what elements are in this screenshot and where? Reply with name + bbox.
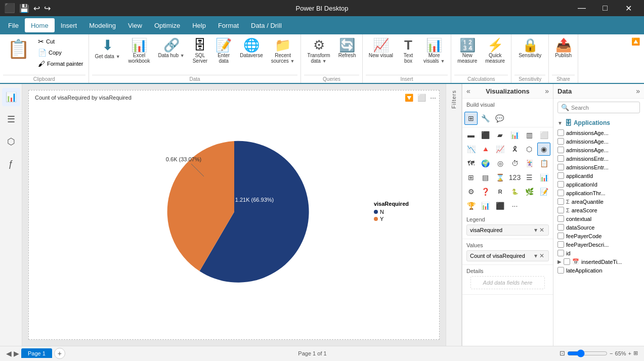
field-contextual[interactable]: contextual	[555, 214, 642, 223]
publish-btn[interactable]: 📤 Publish	[552, 36, 575, 60]
checkbox-admissionsentr1[interactable]	[557, 155, 564, 162]
viz-metrics[interactable]: 🏆	[464, 199, 478, 212]
viz-gauge[interactable]: ⏱	[508, 157, 522, 170]
viz-line-area[interactable]: 📈	[494, 143, 507, 156]
data-tree-root[interactable]: ▼ 🗄 Applications	[555, 117, 642, 128]
add-page-btn[interactable]: +	[54, 348, 65, 359]
viz-stacked-bar[interactable]: ▬	[464, 128, 478, 142]
viz-donut[interactable]: ◎	[494, 157, 507, 170]
field-admissionsage3[interactable]: admissionsAge...	[555, 146, 642, 154]
data-panel-expand[interactable]: »	[636, 87, 640, 95]
checkbox-admissionsage1[interactable]	[557, 129, 564, 136]
field-feepayerdescri[interactable]: feePayerDescri...	[555, 240, 642, 249]
menu-data-drill[interactable]: Data / Drill	[245, 18, 288, 32]
checkbox-admissionsage3[interactable]	[557, 147, 564, 153]
dax-view-btn[interactable]: ƒ	[2, 155, 20, 173]
copy-btn[interactable]: 📄 Copy	[36, 48, 85, 58]
viz-funnel[interactable]: ⌛	[494, 171, 507, 184]
checkbox-feepayerdescri[interactable]	[557, 241, 564, 248]
zoom-out-icon[interactable]: −	[610, 350, 613, 356]
zoom-fit-icon[interactable]: ⊡	[560, 349, 565, 357]
filter-icon[interactable]: 🔽	[404, 93, 414, 103]
menu-format[interactable]: Format	[212, 18, 245, 32]
page-tab-1[interactable]: Page 1	[21, 348, 52, 358]
values-field-remove[interactable]: ✕	[538, 252, 545, 259]
refresh-btn[interactable]: 🔄 Refresh	[335, 36, 359, 60]
checkbox-admissionsage2[interactable]	[557, 138, 564, 145]
field-areascore[interactable]: Σ areaScore	[555, 206, 642, 214]
fit-page-icon[interactable]: ⊞	[633, 350, 638, 356]
viz-column[interactable]: 📊	[508, 128, 522, 142]
viz-multi-row[interactable]: ☰	[523, 171, 536, 184]
field-admissionsage2[interactable]: admissionsAge...	[555, 137, 642, 146]
viz-filled-map[interactable]: 🌍	[479, 157, 492, 170]
menu-modeling[interactable]: Modeling	[83, 18, 122, 32]
table-view-btn[interactable]: ☰	[2, 110, 20, 128]
values-field-chevron[interactable]: ▾	[533, 252, 538, 259]
datahub-btn[interactable]: 🔗 Data hub ▼	[155, 36, 187, 60]
checkbox-areaquantile[interactable]	[557, 198, 564, 205]
legend-field-chevron[interactable]: ▾	[533, 227, 538, 234]
viz-table[interactable]: 📋	[537, 157, 550, 170]
quick-measure-btn[interactable]: ⚡ Quickmeasure	[482, 36, 508, 66]
field-lateapplication[interactable]: lateApplication	[555, 266, 642, 275]
menu-home[interactable]: Home	[25, 18, 55, 32]
field-admissionsentr1[interactable]: admissionsEntr...	[555, 154, 642, 163]
viz-type-table[interactable]: ⊞	[464, 112, 478, 125]
field-feepayercode[interactable]: feePayerCode	[555, 232, 642, 240]
close-btn[interactable]: ✕	[617, 0, 640, 16]
field-inserteddateti[interactable]: ▶ 📅 insertedDateTi...	[555, 257, 642, 266]
redo-btn[interactable]: ↪	[44, 4, 51, 13]
dataverse-btn[interactable]: 🌐 Dataverse	[237, 36, 266, 60]
checkbox-feepayercode[interactable]	[557, 233, 564, 239]
more-visuals-btn[interactable]: 📊 Morevisuals ▼	[420, 36, 448, 66]
field-admissionsentr2[interactable]: admissionsEntr...	[555, 163, 642, 171]
checkbox-lateapplication[interactable]	[557, 267, 564, 274]
viz-area[interactable]: 🔺	[479, 143, 492, 156]
viz-custom2[interactable]: ⬛	[494, 199, 507, 212]
enter-data-btn[interactable]: 📝 Enterdata	[212, 36, 235, 66]
legend-field-remove[interactable]: ✕	[538, 227, 545, 234]
focus-icon[interactable]: ⬜	[416, 93, 427, 103]
viz-line[interactable]: 📉	[464, 143, 478, 156]
field-applicationid[interactable]: applicationId	[555, 180, 642, 189]
checkbox-id[interactable]	[557, 250, 564, 256]
get-data-btn[interactable]: ⬇ Get data ▼	[92, 36, 123, 61]
checkbox-datasource[interactable]	[557, 224, 564, 231]
checkbox-inserteddateti[interactable]	[564, 258, 570, 265]
menu-file[interactable]: File	[2, 18, 25, 32]
viz-treemap[interactable]: ▤	[479, 171, 492, 184]
excel-workbook-btn[interactable]: 📊 Excelworkbook	[125, 36, 153, 66]
field-applicantid[interactable]: applicantId	[555, 171, 642, 180]
viz-scatter[interactable]: ⬡	[523, 143, 536, 156]
cut-btn[interactable]: ✂ Cut	[36, 36, 85, 47]
page-next-btn[interactable]: ▶	[14, 349, 19, 357]
viz-type-custom[interactable]: 🔧	[479, 112, 492, 125]
save-btn[interactable]: 💾	[19, 4, 29, 13]
checkbox-applicantid[interactable]	[557, 172, 564, 179]
viz-number[interactable]: 123	[508, 171, 522, 184]
menu-help[interactable]: Help	[186, 18, 212, 32]
maximize-btn[interactable]: □	[593, 0, 617, 16]
menu-optimize[interactable]: Optimize	[148, 18, 186, 32]
more-options-icon[interactable]: ···	[429, 93, 437, 103]
checkbox-applicationthr[interactable]	[557, 190, 564, 196]
viz-100-bar[interactable]: ▰	[494, 128, 507, 142]
model-view-btn[interactable]: ⬡	[2, 132, 20, 151]
minimize-btn[interactable]: —	[570, 0, 593, 16]
viz-decomp[interactable]: 🌿	[523, 185, 536, 198]
report-view-btn[interactable]: 📊	[2, 88, 20, 106]
checkbox-contextual[interactable]	[557, 215, 564, 222]
viz-slicer[interactable]: ⚙	[464, 185, 478, 198]
viz-r-script[interactable]: R	[494, 185, 507, 198]
viz-custom1[interactable]: 📊	[479, 199, 492, 212]
sql-server-btn[interactable]: 🗄 SQLServer	[190, 36, 210, 66]
field-applicationthr[interactable]: applicationThr...	[555, 189, 642, 197]
viz-python[interactable]: 🐍	[508, 185, 522, 198]
menu-insert[interactable]: Insert	[55, 18, 83, 32]
menu-view[interactable]: View	[122, 18, 148, 32]
viz-more[interactable]: ···	[508, 199, 522, 212]
field-admissionsage1[interactable]: admissionsAge...	[555, 128, 642, 137]
field-id[interactable]: id	[555, 249, 642, 257]
new-measure-btn[interactable]: 🔢 Newmeasure	[454, 36, 480, 66]
